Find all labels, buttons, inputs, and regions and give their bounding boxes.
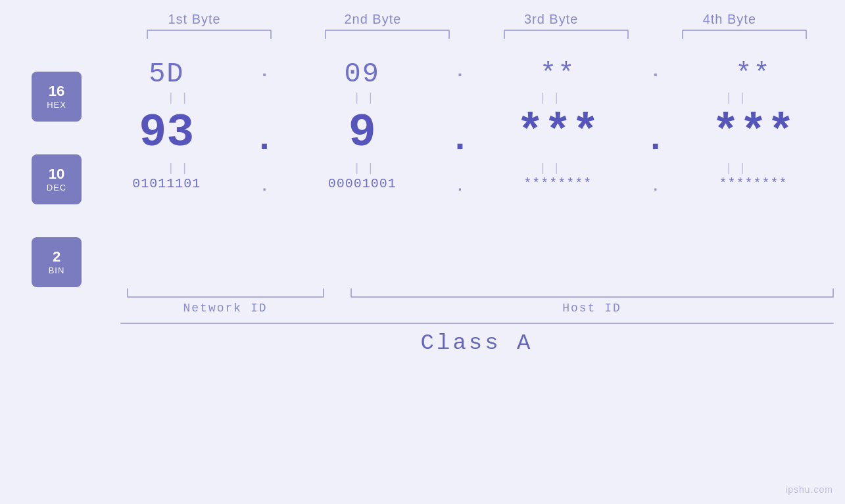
bin-sep3: . (642, 179, 669, 195)
hex-byte1: 5D (94, 52, 239, 90)
dec-byte2: 9 (290, 110, 435, 156)
dec-sep3: . (642, 106, 669, 160)
bin-byte3: ******** (485, 176, 630, 198)
bin-badge: 2 BIN (32, 237, 82, 287)
eq2-b4: || (667, 162, 811, 175)
dec-badge-number: 10 (49, 166, 64, 182)
values-grid: 5D . 09 . ** . ** || || || || 93 . 9 . (88, 52, 832, 198)
bin-sep1: . (251, 179, 278, 195)
bin-badge-label: BIN (49, 265, 65, 275)
dec-sep2: . (447, 106, 473, 160)
dec-values-row: 93 . 9 . *** . *** (88, 106, 832, 160)
dec-byte1: 93 (94, 110, 239, 156)
byte4-header: 4th Byte (657, 12, 802, 27)
content-area: 16 HEX 10 DEC 2 BIN 5D . 09 . ** . ** (0, 52, 845, 287)
hex-byte4: ** (681, 52, 826, 90)
bin-byte4: ******** (681, 176, 826, 198)
dec-byte3: *** (485, 110, 630, 156)
eq2-b3: || (481, 162, 625, 175)
header-row: 1st Byte 2nd Byte 3rd Byte 4th Byte (0, 0, 845, 27)
class-label: Class A (120, 331, 834, 355)
badges-column: 16 HEX 10 DEC 2 BIN (32, 72, 82, 287)
dec-byte4: *** (681, 110, 826, 156)
eq1-b3: || (481, 91, 625, 104)
id-labels: Network ID Host ID (120, 302, 834, 315)
eq1-b4: || (667, 91, 811, 104)
bin-byte2: 00001001 (290, 176, 435, 198)
hex-badge-number: 16 (49, 83, 64, 99)
watermark: ipshu.com (785, 484, 833, 495)
eq1-b2: || (295, 91, 439, 104)
dec-badge: 10 DEC (32, 154, 82, 204)
bin-byte1: 01011101 (94, 176, 239, 198)
bin-badge-number: 2 (53, 249, 60, 265)
hex-sep1: . (251, 61, 278, 81)
bracket-byte3 (504, 30, 629, 39)
byte-headers: 1st Byte 2nd Byte 3rd Byte 4th Byte (105, 12, 819, 27)
hex-badge: 16 HEX (32, 72, 82, 122)
hex-badge-label: HEX (47, 100, 66, 110)
bottom-brackets (120, 288, 834, 298)
bracket-byte2 (325, 30, 450, 39)
main-container: 1st Byte 2nd Byte 3rd Byte 4th Byte 16 H… (0, 0, 845, 504)
eq1-b1: || (109, 91, 253, 104)
bracket-byte4 (682, 30, 807, 39)
bin-values-row: 01011101 . 00001001 . ******** . *******… (88, 176, 832, 198)
top-brackets (120, 30, 834, 39)
network-bracket (127, 288, 324, 298)
host-bracket (350, 288, 834, 298)
dec-badge-label: DEC (47, 183, 66, 193)
equals-row-2: || || || || (88, 160, 832, 176)
hex-byte3: ** (485, 52, 630, 90)
hex-sep2: . (447, 61, 473, 81)
byte1-header: 1st Byte (122, 12, 267, 27)
equals-row-1: || || || || (88, 90, 832, 106)
host-id-label: Host ID (350, 302, 834, 315)
hex-sep3: . (642, 61, 669, 81)
hex-byte2: 09 (290, 52, 435, 90)
byte2-header: 2nd Byte (301, 12, 445, 27)
byte3-header: 3rd Byte (479, 12, 623, 27)
bracket-byte1 (147, 30, 272, 39)
network-id-label: Network ID (127, 302, 324, 315)
eq2-b1: || (109, 162, 253, 175)
eq2-b2: || (295, 162, 439, 175)
bin-sep2: . (447, 179, 473, 195)
hex-values-row: 5D . 09 . ** . ** (88, 52, 832, 90)
outer-bracket (120, 323, 834, 324)
dec-sep1: . (251, 106, 278, 160)
